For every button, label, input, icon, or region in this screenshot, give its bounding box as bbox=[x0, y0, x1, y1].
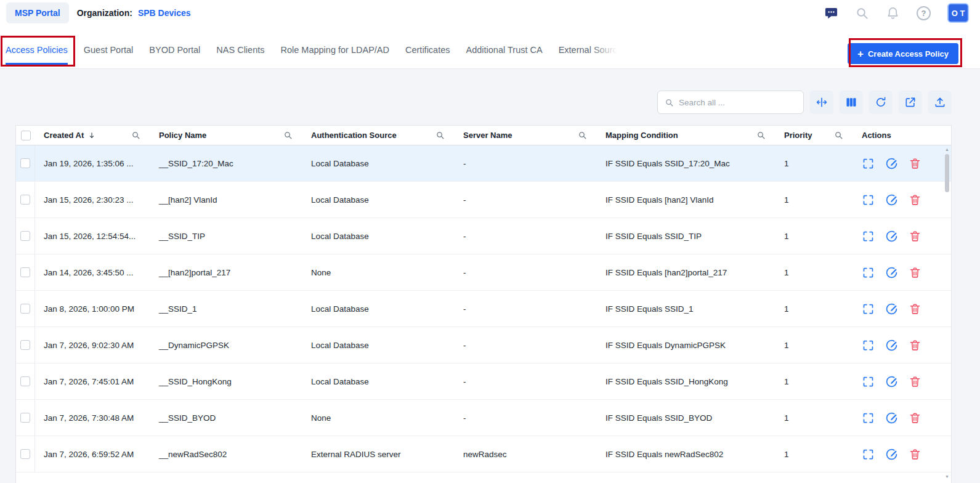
delete-policy-button[interactable] bbox=[909, 339, 921, 352]
table-row[interactable]: Jan 7, 2026, 7:45:01 AM __SSID_HongKong … bbox=[16, 363, 951, 400]
delete-policy-button[interactable] bbox=[909, 266, 921, 279]
expand-policy-button[interactable] bbox=[862, 157, 875, 170]
row-checkbox[interactable] bbox=[20, 304, 30, 314]
scroll-up-icon[interactable]: ▲ bbox=[945, 147, 949, 152]
cell-auth-source: Local Database bbox=[302, 377, 455, 386]
row-checkbox[interactable] bbox=[20, 267, 30, 277]
refresh-button[interactable] bbox=[869, 91, 893, 114]
column-priority[interactable]: Priority bbox=[775, 126, 853, 145]
row-checkbox[interactable] bbox=[20, 413, 30, 423]
delete-policy-button[interactable] bbox=[909, 412, 921, 424]
expand-policy-button[interactable] bbox=[862, 448, 875, 461]
access-policies-table: Created At Policy Name Authentication So… bbox=[15, 125, 952, 483]
msp-portal-page: MSP Portal Organization: SPB Devices ? O… bbox=[0, 0, 980, 483]
delete-policy-button[interactable] bbox=[909, 375, 921, 388]
global-search-icon[interactable] bbox=[855, 6, 869, 20]
search-input[interactable] bbox=[679, 98, 796, 107]
row-checkbox[interactable] bbox=[20, 195, 30, 205]
table-scrollbar[interactable]: ▲ ▼ bbox=[944, 146, 950, 480]
edit-policy-button[interactable] bbox=[885, 230, 898, 243]
column-mapping-condition[interactable]: Mapping Condition bbox=[597, 126, 775, 145]
expand-policy-button[interactable] bbox=[862, 230, 875, 243]
tab-certificates[interactable]: Certificates bbox=[405, 45, 450, 65]
table-row[interactable]: Jan 7, 2026, 9:02:30 AM __DynamicPGPSK L… bbox=[16, 327, 951, 363]
sort-desc-icon[interactable] bbox=[87, 131, 96, 140]
column-authentication-source[interactable]: Authentication Source bbox=[302, 126, 455, 145]
priority-search-icon[interactable] bbox=[834, 131, 843, 140]
table-row[interactable]: Jan 14, 2026, 3:45:50 ... __[han2]portal… bbox=[16, 254, 951, 291]
column-created-at[interactable]: Created At bbox=[35, 126, 150, 145]
notifications-bell-icon[interactable] bbox=[886, 6, 900, 20]
table-header: Created At Policy Name Authentication So… bbox=[16, 126, 951, 145]
expand-policy-button[interactable] bbox=[862, 339, 875, 352]
table-row[interactable]: Jan 19, 2026, 1:35:06 ... __SSID_17:20_M… bbox=[16, 145, 951, 182]
delete-policy-button[interactable] bbox=[909, 302, 921, 315]
edit-policy-button[interactable] bbox=[885, 375, 898, 388]
edit-policy-button[interactable] bbox=[885, 193, 898, 206]
table-row[interactable]: Jan 8, 2026, 1:00:00 PM __SSID_1 Local D… bbox=[16, 291, 951, 327]
table-row[interactable]: Jan 15, 2026, 12:54:54... __SSID_TIP Loc… bbox=[16, 218, 951, 254]
help-icon[interactable]: ? bbox=[917, 6, 931, 20]
tab-role-mapping-ldap-ad[interactable]: Role Mapping for LDAP/AD bbox=[281, 45, 390, 65]
column-resize-button[interactable] bbox=[810, 91, 833, 114]
server-name-search-icon[interactable] bbox=[578, 131, 587, 140]
columns-settings-button[interactable] bbox=[840, 91, 863, 114]
edit-policy-button[interactable] bbox=[885, 157, 898, 170]
msp-portal-button[interactable]: MSP Portal bbox=[6, 2, 69, 23]
edit-policy-button[interactable] bbox=[885, 412, 898, 424]
trash-icon bbox=[909, 448, 921, 461]
column-policy-name[interactable]: Policy Name bbox=[150, 126, 302, 145]
tab-nas-clients[interactable]: NAS Clients bbox=[216, 45, 264, 65]
edit-policy-button[interactable] bbox=[885, 339, 898, 352]
expand-policy-button[interactable] bbox=[862, 193, 875, 206]
scroll-down-icon[interactable]: ▼ bbox=[945, 474, 949, 479]
created-at-search-icon[interactable] bbox=[131, 131, 140, 140]
tab-guest-portal[interactable]: Guest Portal bbox=[84, 45, 134, 65]
trash-icon bbox=[909, 157, 921, 170]
cell-auth-source: Local Database bbox=[302, 304, 455, 314]
create-access-policy-button[interactable]: + Create Access Policy bbox=[848, 43, 958, 64]
expand-policy-button[interactable] bbox=[862, 375, 875, 388]
edit-icon bbox=[885, 230, 898, 243]
policy-name-search-icon[interactable] bbox=[283, 131, 293, 140]
row-checkbox[interactable] bbox=[20, 158, 30, 168]
upload-export-button[interactable] bbox=[928, 91, 952, 114]
edit-icon bbox=[885, 375, 898, 388]
row-checkbox[interactable] bbox=[20, 449, 30, 459]
edit-policy-button[interactable] bbox=[885, 302, 898, 315]
expand-policy-button[interactable] bbox=[862, 412, 875, 424]
tab-byod-portal[interactable]: BYOD Portal bbox=[149, 45, 200, 65]
row-checkbox[interactable] bbox=[20, 376, 30, 386]
column-server-name[interactable]: Server Name bbox=[455, 126, 597, 145]
delete-policy-button[interactable] bbox=[909, 157, 921, 170]
auth-source-search-icon[interactable] bbox=[435, 131, 445, 140]
cell-auth-source: External RADIUS server bbox=[302, 450, 455, 459]
open-external-button[interactable] bbox=[899, 91, 922, 114]
columns-icon bbox=[845, 96, 857, 108]
select-all-checkbox[interactable] bbox=[21, 131, 31, 140]
tab-access-policies[interactable]: Access Policies bbox=[6, 45, 68, 65]
trash-icon bbox=[909, 375, 921, 388]
row-checkbox[interactable] bbox=[20, 340, 30, 350]
mapping-condition-search-icon[interactable] bbox=[756, 131, 766, 140]
tab-external-source[interactable]: External Source bbox=[559, 45, 622, 65]
messages-icon[interactable] bbox=[824, 6, 838, 20]
edit-policy-button[interactable] bbox=[885, 448, 898, 461]
edit-policy-button[interactable] bbox=[885, 266, 898, 279]
tab-additional-trust-ca[interactable]: Additional Trust CA bbox=[466, 45, 543, 65]
delete-policy-button[interactable] bbox=[909, 448, 921, 461]
delete-policy-button[interactable] bbox=[909, 193, 921, 206]
avatar[interactable]: O T bbox=[947, 3, 969, 23]
table-row[interactable]: Jan 7, 2026, 6:59:52 AM __newRadSec802 E… bbox=[16, 436, 951, 473]
delete-policy-button[interactable] bbox=[909, 230, 921, 243]
row-checkbox[interactable] bbox=[20, 231, 30, 241]
expand-icon bbox=[862, 193, 875, 206]
edit-icon bbox=[885, 448, 898, 461]
organization-name-link[interactable]: SPB Devices bbox=[138, 8, 191, 18]
expand-policy-button[interactable] bbox=[862, 302, 875, 315]
table-row[interactable]: Jan 7, 2026, 7:30:48 AM __SSID_BYOD None… bbox=[16, 400, 951, 436]
table-row[interactable]: Jan 15, 2026, 2:30:23 ... __[han2] VlanI… bbox=[16, 182, 951, 218]
expand-policy-button[interactable] bbox=[862, 266, 875, 279]
scrollbar-thumb[interactable] bbox=[945, 154, 949, 192]
search-icon bbox=[665, 98, 674, 107]
